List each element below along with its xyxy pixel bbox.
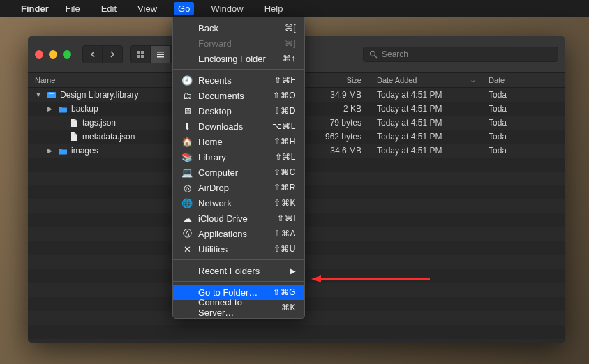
menu-item-network[interactable]: 🌐Network⇧⌘K	[173, 195, 304, 211]
menu-item-computer[interactable]: 💻Computer⇧⌘C	[173, 165, 304, 180]
menu-item-downloads[interactable]: ⬇Downloads⌥⌘L	[173, 119, 304, 134]
forward-button[interactable]	[103, 46, 122, 63]
svg-rect-3	[141, 55, 144, 58]
svg-rect-15	[47, 92, 56, 98]
menu-shortcut: ⌘↑	[283, 54, 296, 63]
menu-item-label: Recent Folders	[198, 266, 285, 276]
menu-item-label: Forward	[198, 38, 279, 49]
menu-shortcut: ⇧⌘A	[274, 229, 296, 238]
disclosure-triangle[interactable]: ▶	[45, 105, 54, 112]
svg-rect-5	[157, 54, 164, 55]
desktop-icon: 🖥	[181, 106, 193, 116]
menu-shortcut: ⌘K	[281, 303, 296, 312]
file-date-added: Today at 4:51 PM	[370, 132, 482, 142]
menu-shortcut: ⇧⌘F	[274, 75, 296, 85]
search-icon	[369, 50, 378, 59]
menu-item-label: Documents	[198, 91, 267, 101]
library-icon	[46, 89, 57, 100]
menu-item-forward: Forward⌘]	[173, 36, 304, 51]
menu-item-utilities[interactable]: ✕Utilities⇧⌘U	[173, 241, 304, 257]
file-name: Design Library.library	[60, 90, 138, 100]
computer-icon: 💻	[181, 167, 193, 178]
minimize-button[interactable]	[49, 50, 57, 59]
airdrop-icon: ◎	[181, 183, 193, 193]
download-icon: ⬇	[181, 121, 193, 132]
sort-indicator-icon: ⌄	[470, 75, 476, 84]
menu-shortcut: ⇧⌘K	[274, 198, 296, 208]
submenu-arrow-icon: ▶	[290, 267, 296, 275]
menu-view[interactable]: View	[133, 2, 161, 15]
menu-file[interactable]: File	[61, 2, 84, 15]
close-button[interactable]	[35, 50, 43, 59]
col-date-added[interactable]: Date Added⌄	[370, 75, 482, 84]
file-icon	[68, 117, 80, 128]
menu-item-desktop[interactable]: 🖥Desktop⇧⌘D	[173, 103, 304, 119]
menu-item-recents[interactable]: 🕘Recents⇧⌘F	[173, 73, 304, 88]
menu-separator	[173, 281, 304, 282]
menu-item-back[interactable]: Back⌘[	[173, 20, 304, 36]
file-date-added: Today at 4:51 PM	[370, 104, 482, 114]
zoom-button[interactable]	[63, 50, 71, 59]
menu-help[interactable]: Help	[260, 2, 288, 15]
file-name: tags.json	[82, 118, 116, 128]
menu-item-label: AirDrop	[198, 183, 268, 193]
view-icon-button[interactable]	[131, 46, 150, 63]
menu-item-recent-folders[interactable]: Recent Folders▶	[173, 263, 304, 278]
search-field[interactable]	[363, 47, 558, 62]
disclosure-triangle[interactable]: ▼	[33, 91, 43, 98]
empty-row	[28, 325, 565, 339]
menu-item-label: Go to Folder…	[198, 287, 267, 298]
menu-separator	[173, 259, 304, 260]
disclosure-triangle[interactable]: ▶	[45, 147, 54, 154]
menu-item-label: Home	[198, 137, 268, 147]
file-date-added: Today at 4:51 PM	[370, 146, 482, 156]
menu-item-applications[interactable]: ⒶApplications⇧⌘A	[173, 226, 304, 241]
menu-edit[interactable]: Edit	[97, 2, 121, 15]
col-size[interactable]: Size	[307, 76, 370, 84]
menu-item-label: Applications	[198, 229, 268, 239]
menu-item-icloud-drive[interactable]: ☁iCloud Drive⇧⌘I	[173, 211, 304, 226]
menu-go[interactable]: Go	[174, 2, 194, 15]
menu-item-label: Back	[198, 23, 279, 33]
menu-shortcut: ⇧⌘O	[273, 91, 296, 100]
menu-item-airdrop[interactable]: ◎AirDrop⇧⌘R	[173, 180, 304, 195]
app-name[interactable]: Finder	[21, 3, 49, 14]
svg-rect-16	[49, 93, 54, 94]
file-size: 34.9 MB	[307, 90, 370, 100]
menu-item-library[interactable]: 📚Library⇧⌘L	[173, 149, 304, 165]
search-input[interactable]	[382, 50, 552, 59]
col-date-modified[interactable]: Date	[482, 76, 565, 84]
doc-icon: 🗂	[181, 91, 193, 101]
file-date-modified: Toda	[482, 118, 565, 128]
menu-shortcut: ⇧⌘U	[274, 244, 296, 254]
cloud-icon: ☁	[181, 213, 193, 224]
back-button[interactable]	[83, 46, 103, 63]
file-size: 79 bytes	[307, 118, 370, 128]
menu-shortcut: ⇧⌘G	[273, 287, 296, 297]
file-name: images	[71, 146, 98, 156]
menu-shortcut: ⇧⌘C	[274, 167, 296, 177]
view-list-button[interactable]	[150, 46, 170, 63]
utilities-icon: ✕	[181, 244, 193, 255]
svg-rect-4	[157, 52, 164, 53]
menu-item-home[interactable]: 🏠Home⇧⌘H	[173, 134, 304, 149]
menu-shortcut: ⌥⌘L	[272, 121, 296, 131]
menu-item-documents[interactable]: 🗂Documents⇧⌘O	[173, 88, 304, 103]
menu-shortcut: ⇧⌘H	[274, 137, 296, 146]
menu-item-label: Connect to Server…	[198, 297, 276, 318]
menu-item-label: iCloud Drive	[198, 213, 271, 224]
menu-item-enclosing-folder[interactable]: Enclosing Folder⌘↑	[173, 51, 304, 66]
file-size: 962 bytes	[307, 132, 370, 142]
file-name: metadata.json	[82, 132, 135, 142]
menu-item-label: Network	[198, 198, 268, 208]
menu-window[interactable]: Window	[207, 2, 247, 15]
menu-item-connect-to-server[interactable]: Connect to Server…⌘K	[173, 300, 304, 315]
library-icon: 📚	[181, 152, 193, 162]
menu-item-label: Desktop	[198, 106, 268, 116]
menu-item-label: Utilities	[198, 244, 268, 255]
menu-shortcut: ⇧⌘L	[275, 152, 296, 162]
menu-shortcut: ⌘[	[285, 23, 296, 33]
menu-item-label: Downloads	[198, 121, 267, 132]
file-date-added: Today at 4:51 PM	[370, 90, 482, 100]
menu-item-label: Recents	[198, 75, 269, 86]
